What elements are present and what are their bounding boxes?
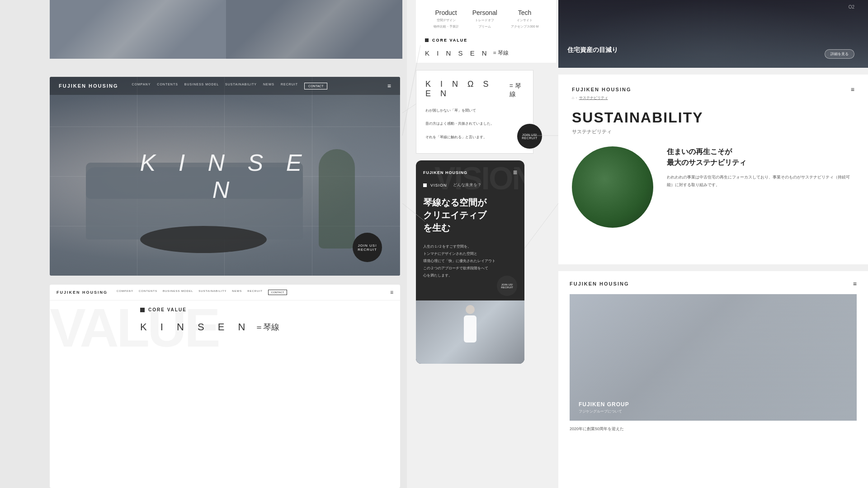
svg-rect-5: [104, 9, 117, 11]
bottom-nav-recruit[interactable]: RECRUIT: [247, 290, 263, 295]
br-image-label: FUJIKEN GROUP フジケングループについて: [579, 401, 629, 414]
vm-sq-icon: [423, 183, 427, 187]
hero-nav-business[interactable]: BUSINESS MODEL: [184, 83, 219, 89]
sus-text: 住まいの再生こそが 最大のサステナビリティ われわれの事業は中古住宅の再生にフォ…: [667, 146, 854, 228]
product-tabs: Product 空間デザイン 物件比較・予算計 Personal トレードオフ …: [416, 0, 556, 33]
sus-headline-line1: 住まいの再生こそが: [667, 146, 854, 157]
hero-nav-company[interactable]: COMPANY: [132, 83, 151, 89]
kinsen-logo-bottom: K I N S E N: [140, 321, 250, 333]
core-value-label: CORE VALUE: [140, 307, 391, 312]
hero-kinsen-text: K I N S E N: [137, 149, 313, 203]
tech-tab-sub1: インサイト: [511, 18, 538, 23]
br-brand-logo: FUJIKEN HOUSING: [570, 281, 629, 286]
br-header: FUJIKEN HOUSING ≡: [570, 280, 857, 287]
product-tab-personal[interactable]: Personal トレードオフ ブリーム: [472, 9, 497, 29]
personal-tab-label: Personal: [472, 9, 497, 16]
bottom-right-section: FUJIKEN HOUSING ≡ FUJIKEN GROUP フジケングループ…: [558, 271, 868, 488]
bottom-nav-menu-icon[interactable]: ≡: [390, 289, 393, 296]
sus-body: われわれの事業は中古住宅の再生にフォーカスしており、事業そのものがサステナビリテ…: [667, 174, 854, 189]
svg-rect-0: [68, 9, 71, 36]
product-image-mockup: O2 住宅資産の目減り 詳細を見る: [558, 0, 868, 68]
personal-tab-sub2: ブリーム: [472, 24, 497, 29]
br-menu-icon[interactable]: ≡: [853, 280, 857, 287]
bottom-brand-logo: FUJIKEN HOUSING: [57, 290, 108, 295]
core-value-bar: CORE VALUE: [416, 33, 556, 47]
bottom-nav-contents[interactable]: CONTENTS: [139, 290, 157, 295]
hero-nav-menu-icon[interactable]: ≡: [387, 82, 391, 89]
vm-headline1: 琴線なる空間が: [423, 196, 517, 209]
kinsen-detail-equals: = 琴線: [509, 82, 524, 99]
sustainability-section: FUJIKEN HOUSING ≡ ⌂ › サステナビリティ SUSTAINAB…: [558, 75, 868, 264]
recruit-label: RECRUIT: [358, 248, 377, 252]
sus-header: FUJIKEN HOUSING ≡: [572, 86, 854, 93]
vm-join-button[interactable]: JOIN US! RECRUIT: [497, 276, 517, 296]
product-detail-button[interactable]: 詳細を見る: [825, 49, 854, 59]
kinsen-desc3: それを「琴線に触れる」と言います。: [425, 134, 524, 141]
breadcrumb-home[interactable]: ⌂: [572, 96, 574, 100]
bottom-nav-items: COMPANY CONTENTS BUSINESS MODEL SUSTAINA…: [117, 290, 387, 295]
join-us-detail-button[interactable]: JOIN US! RECRUIT: [517, 124, 542, 149]
right-column: O2 住宅資産の目減り 詳細を見る FUJIKEN HOUSING ≡ ⌂ › …: [558, 0, 868, 488]
kinsen-detail-logo-top: K I N S E N: [425, 49, 490, 57]
vm-body3: 環境心理にて「快」に優先されたレイアウト: [423, 258, 517, 265]
hero-nav-news[interactable]: NEWS: [263, 83, 274, 89]
hero-nav-contact[interactable]: CONTACT: [304, 83, 327, 89]
bottom-nav-contact[interactable]: CONTACT: [268, 290, 288, 295]
product-tab-product[interactable]: Product 空間デザイン 物件比較・予算計: [434, 9, 459, 29]
hero-nav-items: COMPANY CONTENTS BUSINESS MODEL SUSTAINA…: [132, 83, 382, 89]
bottom-nav-news[interactable]: NEWS: [232, 290, 242, 295]
hero-join-us-button[interactable]: JOIN US! RECRUIT: [353, 233, 382, 262]
hero-nav-sustainability[interactable]: SUSTAINABILITY: [225, 83, 257, 89]
sus-brand-logo: FUJIKEN HOUSING: [572, 87, 631, 92]
kinsen-desc2: 昔の方はよく感動・共振されていました。: [425, 121, 524, 127]
br-main-image: FUJIKEN GROUP フジケングループについて: [570, 294, 857, 421]
hero-nav-contents[interactable]: CONTENTS: [157, 83, 178, 89]
product-tab-tech[interactable]: Tech インサイト アクセンブス000 M: [511, 9, 538, 29]
product-tab-label: Product: [434, 9, 459, 16]
sus-subtitle: サステナビリティ: [572, 128, 854, 135]
personal-tab-sub1: トレードオフ: [472, 18, 497, 23]
bottom-nav-company[interactable]: COMPANY: [117, 290, 133, 295]
breadcrumb-link[interactable]: サステナビリティ: [579, 95, 608, 100]
svg-rect-2: [88, 9, 92, 36]
value-section-mockup: VALUE FUJIKEN HOUSING COMPANY CONTENTS B…: [50, 285, 400, 488]
core-value-content: CORE VALUE K I N S E N ＝琴線: [140, 307, 391, 333]
bottom-nav-sustainability[interactable]: SUSTAINABILITY: [198, 290, 226, 295]
vm-headline3: を生む: [423, 221, 517, 234]
recruit-detail-label: RECRUIT: [522, 136, 538, 140]
core-value-text: CORE VALUE: [148, 307, 187, 312]
br-group-title: FUJIKEN GROUP: [579, 401, 629, 408]
cv-square-icon: [425, 38, 429, 42]
vm-image: [416, 300, 524, 364]
cv-text: CORE VALUE: [432, 38, 467, 42]
hero-navbar: FUJIKEN HOUSING COMPANY CONTENTS BUSINES…: [50, 77, 400, 95]
svg-rect-1: [63, 9, 76, 11]
tech-tab-label: Tech: [511, 9, 538, 16]
product-tab-sub2: 物件比較・予算計: [434, 24, 459, 29]
vm-recruit-label: RECRUIT: [501, 286, 513, 289]
sus-content: 住まいの再生こそが 最大のサステナビリティ われわれの事業は中古住宅の再生にフォ…: [572, 146, 854, 228]
kinsen-detail-equals-top: = 琴線: [493, 49, 509, 57]
tech-tab-sub2: アクセンブス000 M: [511, 24, 538, 29]
product-nav-mockup: Product 空間デザイン 物件比較・予算計 Personal トレードオフ …: [416, 0, 556, 63]
breadcrumb-sep: ›: [576, 96, 577, 100]
top-images: [50, 0, 402, 61]
vm-body2: トンマナにデザインされた空間と: [423, 250, 517, 258]
br-year-text: 2020年に創業50周年を迎えた: [570, 426, 857, 432]
bottom-nav-business[interactable]: BUSINESS MODEL: [163, 290, 193, 295]
join-us-detail-label: JOIN US!: [522, 133, 538, 136]
sus-menu-icon[interactable]: ≡: [851, 86, 854, 93]
svg-rect-6: [129, 9, 132, 36]
kinsen-detail-logo: K I N Ω S E N: [425, 80, 504, 99]
hero-nav-recruit[interactable]: RECRUIT: [281, 83, 298, 89]
vm-body4: この２つのアプローチで欲求段階をへて: [423, 265, 517, 272]
vm-body1: 人生の１/２をすごす空間を。: [423, 243, 517, 250]
sus-circle-image: [572, 146, 653, 228]
vm-headline: 琴線なる空間が クリエイティブ を生む: [416, 192, 524, 243]
br-group-sub: フジケングループについて: [579, 409, 629, 414]
svg-rect-3: [84, 9, 96, 11]
middle-column: Product 空間デザイン 物件比較・予算計 Personal トレードオフ …: [416, 0, 556, 488]
hero-brand-logo: FUJIKEN HOUSING: [59, 83, 118, 89]
bottom-navbar: FUJIKEN HOUSING COMPANY CONTENTS BUSINES…: [50, 285, 400, 300]
vm-headline2: クリエイティブ: [423, 209, 517, 221]
